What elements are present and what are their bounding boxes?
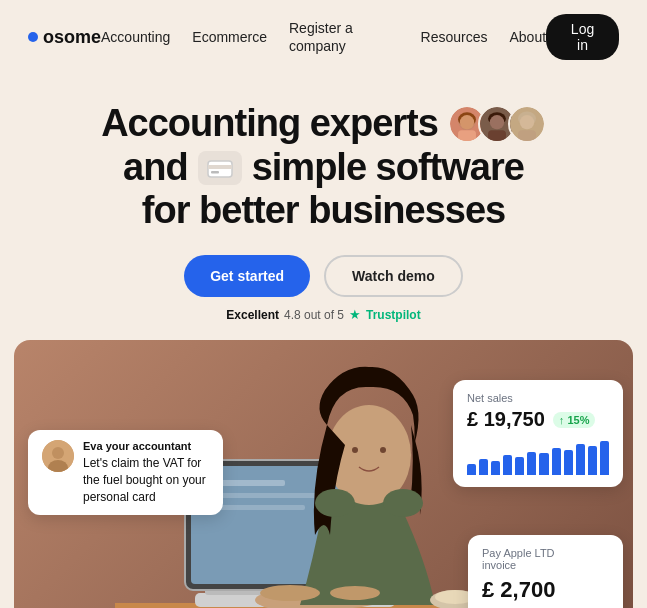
- nav-item-ecommerce[interactable]: Ecommerce: [192, 29, 267, 45]
- card-icon: [198, 151, 242, 185]
- svg-point-33: [260, 585, 320, 601]
- chat-name: Eva your accountant: [83, 440, 209, 452]
- bar-9: [564, 450, 573, 475]
- invoice-sub: invoice: [482, 559, 609, 571]
- svg-point-10: [520, 115, 534, 129]
- svg-point-30: [380, 447, 386, 453]
- watch-demo-button[interactable]: Watch demo: [324, 255, 463, 297]
- svg-point-31: [315, 489, 355, 517]
- svg-rect-3: [458, 130, 476, 141]
- trustpilot-rating: 4.8 out of 5: [284, 308, 344, 322]
- svg-rect-14: [211, 171, 219, 174]
- sales-label: Net sales: [467, 392, 609, 404]
- bar-8: [552, 448, 561, 475]
- svg-point-32: [383, 489, 423, 517]
- svg-point-6: [490, 115, 504, 129]
- trustpilot-row: Excellent 4.8 out of 5 ★ Trustpilot: [40, 307, 607, 322]
- nav-item-accounting[interactable]: Accounting: [101, 29, 170, 45]
- trustpilot-platform: Trustpilot: [366, 308, 421, 322]
- trustpilot-excellent: Excellent: [226, 308, 279, 322]
- svg-point-2: [460, 115, 474, 129]
- accountant-role: your accountant: [106, 440, 192, 452]
- sales-badge: ↑ 15%: [553, 412, 596, 428]
- bar-7: [539, 453, 548, 475]
- net-sales-card: Net sales £ 19,750 ↑ 15%: [453, 380, 623, 487]
- chat-content: Eva your accountant Let's claim the VAT …: [83, 440, 209, 505]
- hero-title-line2b: simple software: [252, 146, 524, 190]
- chat-message: Let's claim the VAT for the fuel bought …: [83, 455, 209, 505]
- bar-chart: [467, 439, 609, 475]
- bar-4: [503, 455, 512, 475]
- nav-item-register[interactable]: Register a company: [289, 20, 353, 54]
- nav-item-about[interactable]: About: [509, 29, 546, 45]
- logo[interactable]: osome: [28, 27, 101, 48]
- bar-1: [467, 464, 476, 475]
- svg-point-29: [352, 447, 358, 453]
- hero-image-section: Eva your accountant Let's claim the VAT …: [14, 340, 633, 608]
- hero-title-line2a: and: [123, 146, 188, 190]
- svg-point-38: [52, 447, 64, 459]
- trustpilot-star-icon: ★: [349, 307, 361, 322]
- svg-point-34: [330, 586, 380, 600]
- hero-background: Eva your accountant Let's claim the VAT …: [14, 340, 633, 608]
- hero-title: Accounting experts: [40, 102, 607, 233]
- svg-rect-13: [208, 165, 232, 169]
- brand-name: osome: [43, 27, 101, 48]
- invoice-card: Pay Apple LTD invoice £ 2,700 Pay now: [468, 535, 623, 608]
- bar-11: [588, 446, 597, 475]
- avatar-group: [448, 105, 546, 143]
- invoice-label: Pay Apple LTD: [482, 547, 609, 559]
- nav-item-resources[interactable]: Resources: [421, 29, 488, 45]
- navbar: osome Accounting Ecommerce Register a co…: [0, 0, 647, 74]
- bar-2: [479, 459, 488, 475]
- hero-buttons: Get started Watch demo: [40, 255, 607, 297]
- svg-rect-7: [488, 130, 506, 141]
- logo-dot: [28, 32, 38, 42]
- bar-5: [515, 457, 524, 475]
- get-started-button[interactable]: Get started: [184, 255, 310, 297]
- sales-value: £ 19,750: [467, 408, 545, 431]
- nav-links: Accounting Ecommerce Register a company …: [101, 19, 546, 55]
- hero-title-line1: Accounting experts: [101, 102, 438, 146]
- bar-6: [527, 452, 536, 475]
- sales-value-row: £ 19,750 ↑ 15%: [467, 408, 609, 431]
- accountant-avatar: [42, 440, 74, 472]
- svg-rect-11: [518, 130, 536, 141]
- bar-3: [491, 461, 500, 475]
- invoice-amount: £ 2,700: [482, 577, 609, 603]
- avatar-3: [508, 105, 546, 143]
- bar-10: [576, 444, 585, 475]
- login-button[interactable]: Log in: [546, 14, 619, 60]
- hero-section: Accounting experts: [0, 74, 647, 340]
- bar-12: [600, 441, 609, 475]
- chat-card: Eva your accountant Let's claim the VAT …: [28, 430, 223, 515]
- accountant-name: Eva: [83, 440, 103, 452]
- hero-title-line3: for better businesses: [40, 189, 607, 233]
